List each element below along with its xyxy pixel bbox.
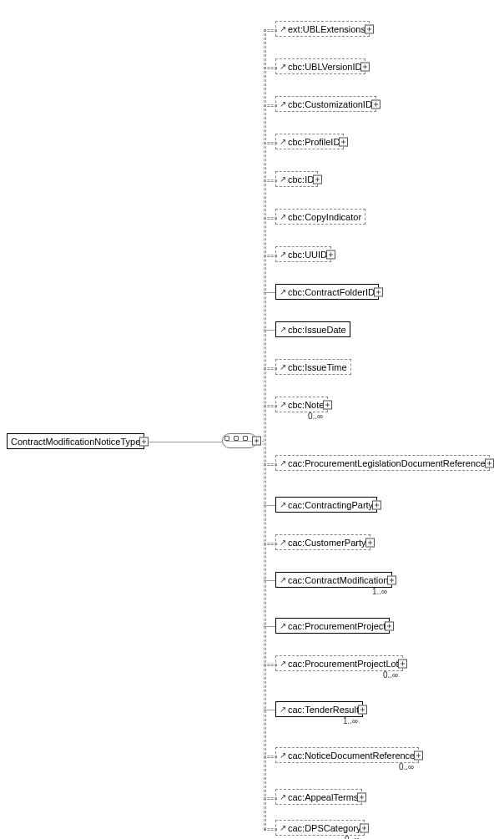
element-node-cbc-copy-indicator: ↗cbc:CopyIndicator	[275, 209, 365, 225]
connector-branch	[264, 580, 275, 581]
expand-icon[interactable]	[357, 792, 366, 801]
connector-branch	[264, 664, 277, 666]
connector-branch	[264, 367, 277, 370]
element-node-cbc-issue-date: ↗cbc:IssueDate	[275, 321, 350, 337]
cardinality-label: 0..∞	[345, 835, 360, 839]
expand-icon[interactable]	[385, 621, 394, 630]
element-node-label: cac:ProcurementProject	[288, 621, 386, 631]
reference-arrow-icon: ↗	[280, 824, 286, 832]
cardinality-label: 0..∞	[308, 412, 323, 421]
connector-branch	[264, 104, 277, 107]
element-node-label: cac:TenderResult	[288, 705, 359, 715]
reference-arrow-icon: ↗	[280, 363, 286, 371]
element-node-cac-contracting-party: ↗cac:ContractingParty	[275, 497, 377, 513]
expand-icon[interactable]	[313, 174, 322, 184]
schema-diagram-canvas: ContractModificationNoticeType↗ext:UBLEx…	[0, 0, 504, 839]
element-node-label: cbc:CustomizationID	[288, 99, 372, 109]
connector-branch	[264, 756, 277, 758]
expand-icon[interactable]	[365, 24, 374, 33]
element-node-label: cbc:ID	[288, 174, 314, 184]
expand-icon[interactable]	[398, 659, 407, 668]
connector-branch	[264, 626, 275, 627]
reference-arrow-icon: ↗	[280, 401, 286, 409]
element-node-cbc-note: ↗cbc:Note	[275, 397, 328, 412]
expand-icon[interactable]	[374, 287, 383, 296]
element-node-cbc-customization-id: ↗cbc:CustomizationID	[275, 96, 376, 112]
expand-icon[interactable]	[252, 437, 261, 446]
element-node-cac-contract-modification: ↗cac:ContractModification	[275, 572, 392, 588]
expand-icon[interactable]	[358, 705, 367, 714]
expand-icon[interactable]	[139, 437, 149, 446]
element-node-cac-notice-document-reference: ↗cac:NoticeDocumentReference	[275, 747, 419, 763]
element-node-label: cbc:CopyIndicator	[288, 212, 361, 222]
expand-icon[interactable]	[371, 99, 381, 109]
expand-icon[interactable]	[360, 823, 369, 832]
connector-junction	[264, 504, 265, 507]
expand-icon[interactable]	[360, 62, 370, 71]
element-node-label: cac:ProcurementLegislationDocumentRefere…	[288, 458, 486, 468]
sequence-compositor	[222, 433, 257, 448]
expand-icon[interactable]	[323, 400, 332, 409]
expand-icon[interactable]	[365, 538, 375, 547]
connector-branch	[264, 828, 277, 831]
connector-branch	[264, 710, 275, 710]
reference-arrow-icon: ↗	[280, 538, 286, 547]
reference-arrow-icon: ↗	[280, 213, 286, 221]
element-node-label: cbc:Note	[288, 400, 324, 410]
element-node-label: cbc:IssueTime	[288, 362, 347, 372]
root-node: ContractModificationNoticeType	[7, 433, 144, 449]
element-node-label: cac:ContractingParty	[288, 500, 373, 510]
reference-arrow-icon: ↗	[280, 660, 286, 668]
element-node-label: cbc:ContractFolderID	[288, 287, 375, 297]
reference-arrow-icon: ↗	[280, 138, 286, 146]
connector-branch	[264, 330, 275, 331]
cardinality-label: 1..∞	[343, 716, 358, 725]
element-node-cbc-ubl-version-id: ↗cbc:UBLVersionID	[275, 58, 365, 74]
reference-arrow-icon: ↗	[280, 25, 286, 33]
element-node-cbc-id: ↗cbc:ID	[275, 171, 318, 187]
element-node-cac-dps-category: ↗cac:DPSCategory	[275, 820, 365, 836]
connector-junction	[264, 579, 265, 582]
reference-arrow-icon: ↗	[280, 326, 286, 334]
element-node-label: cbc:IssueDate	[288, 325, 346, 335]
connector-junction	[264, 291, 265, 294]
reference-arrow-icon: ↗	[280, 100, 286, 109]
expand-icon[interactable]	[339, 137, 348, 146]
connector-line	[149, 442, 222, 442]
connector-branch	[264, 463, 277, 466]
element-node-label: cac:ContractModification	[288, 575, 388, 585]
reference-arrow-icon: ↗	[280, 459, 286, 468]
reference-arrow-icon: ↗	[280, 751, 286, 760]
element-node-cac-procurement-project: ↗cac:ProcurementProject	[275, 618, 390, 634]
cardinality-label: 0..∞	[383, 670, 398, 680]
element-node-label: cac:AppealTerms	[288, 792, 358, 802]
connector-branch	[264, 29, 277, 32]
expand-icon[interactable]	[414, 751, 423, 760]
reference-arrow-icon: ↗	[280, 622, 286, 630]
expand-icon[interactable]	[326, 250, 335, 259]
connector-branch	[264, 67, 277, 69]
expand-icon[interactable]	[387, 575, 396, 584]
element-node-cbc-uuid: ↗cbc:UUID	[275, 246, 331, 262]
expand-icon[interactable]	[372, 500, 381, 509]
element-node-cac-procurement-project-lot: ↗cac:ProcurementProjectLot	[275, 655, 403, 671]
reference-arrow-icon: ↗	[280, 705, 286, 714]
connector-branch	[264, 543, 277, 545]
reference-arrow-icon: ↗	[280, 793, 286, 801]
reference-arrow-icon: ↗	[280, 576, 286, 584]
expand-icon[interactable]	[485, 458, 494, 468]
element-node-label: cac:ProcurementProjectLot	[288, 659, 399, 669]
reference-arrow-icon: ↗	[280, 175, 286, 184]
element-node-cbc-profile-id: ↗cbc:ProfileID	[275, 134, 344, 149]
element-node-cac-appeal-terms: ↗cac:AppealTerms	[275, 789, 362, 805]
element-node-label: cac:NoticeDocumentReference	[288, 751, 415, 761]
cardinality-label: 0..∞	[399, 762, 414, 771]
connector-branch	[264, 217, 277, 220]
cardinality-label: 1..∞	[372, 587, 387, 596]
connector-branch	[264, 255, 277, 257]
connector-branch	[264, 292, 275, 293]
connector-branch	[264, 142, 277, 144]
connector-branch	[264, 179, 277, 182]
element-node-label: cbc:UBLVersionID	[288, 62, 361, 72]
reference-arrow-icon: ↗	[280, 501, 286, 509]
